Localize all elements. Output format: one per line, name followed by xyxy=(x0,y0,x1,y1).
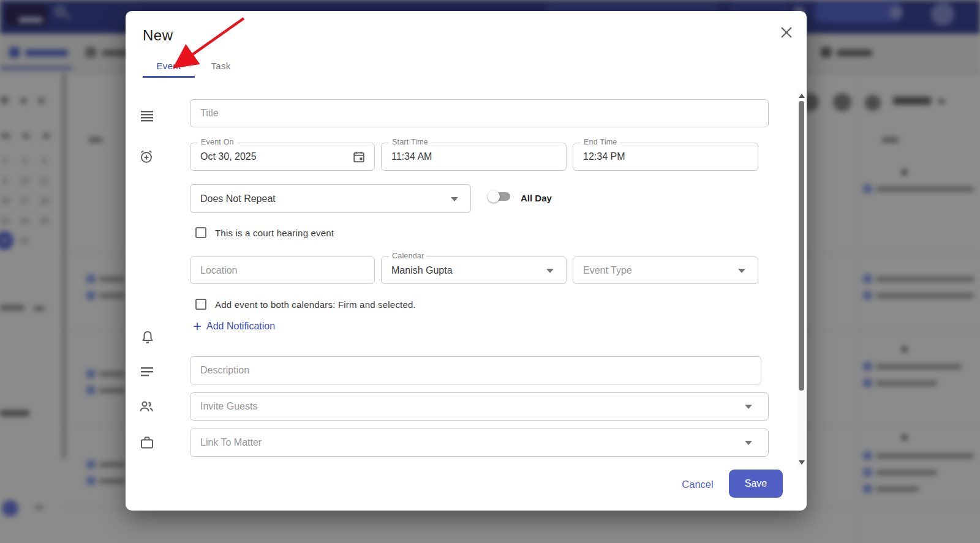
title-lines-icon xyxy=(140,108,154,123)
chevron-down-icon xyxy=(738,269,745,273)
calendar-select[interactable]: Calendar Manish Gupta xyxy=(381,257,567,284)
title-field[interactable]: Title xyxy=(190,99,769,127)
all-day-toggle-knob xyxy=(488,190,500,203)
repeat-select[interactable]: Does Not Repeat xyxy=(190,184,471,213)
description-field[interactable]: Description xyxy=(190,356,761,384)
location-field[interactable]: Location xyxy=(190,257,375,284)
all-day-label: All Day xyxy=(521,193,552,203)
event-on-value: Oct 30, 2025 xyxy=(200,151,257,162)
screen: 2 3 4 9 10 11 16 17 18 23 24 25 30 31 xyxy=(0,0,980,543)
chevron-down-icon xyxy=(546,269,554,273)
dialog-title: New xyxy=(143,27,173,44)
plus-icon: + xyxy=(193,320,202,332)
invite-guests-placeholder: Invite Guests xyxy=(200,401,257,412)
guests-people-icon xyxy=(139,399,154,414)
all-day-toggle[interactable] xyxy=(489,192,510,201)
add-notification-label: Add Notification xyxy=(206,321,275,332)
event-on-field[interactable]: Event On Oct 30, 2025 xyxy=(190,143,375,171)
close-icon[interactable] xyxy=(777,23,796,42)
add-alarm-icon xyxy=(139,149,154,164)
location-placeholder: Location xyxy=(200,265,238,276)
both-calendars-label[interactable]: Add event to both calendars: Firm and se… xyxy=(215,299,416,310)
invite-guests-select[interactable]: Invite Guests xyxy=(190,392,769,421)
cancel-button[interactable]: Cancel xyxy=(673,476,722,493)
description-lines-icon xyxy=(140,364,154,379)
court-hearing-label[interactable]: This is a court hearing event xyxy=(215,228,334,238)
start-time-field[interactable]: Start Time 11:34 AM xyxy=(381,143,567,171)
tab-event-underline xyxy=(143,76,195,78)
both-calendars-checkbox[interactable] xyxy=(195,299,206,310)
calendar-value: Manish Gupta xyxy=(391,265,453,276)
repeat-value: Does Not Repeat xyxy=(200,193,276,204)
end-time-value: 12:34 PM xyxy=(583,151,625,162)
tab-event[interactable]: Event xyxy=(143,56,195,76)
add-notification-link[interactable]: + Add Notification xyxy=(193,320,275,332)
event-type-select[interactable]: Event Type xyxy=(573,257,758,284)
event-type-placeholder: Event Type xyxy=(583,265,632,276)
tab-task[interactable]: Task xyxy=(195,56,247,76)
link-to-matter-placeholder: Link To Matter xyxy=(200,437,262,448)
calendar-icon[interactable] xyxy=(352,150,366,163)
notification-bell-icon xyxy=(140,330,155,345)
chevron-down-icon xyxy=(451,197,458,201)
end-time-field[interactable]: End Time 12:34 PM xyxy=(573,143,758,171)
matter-briefcase-icon xyxy=(140,435,154,450)
start-time-value: 11:34 AM xyxy=(391,151,432,162)
link-to-matter-select[interactable]: Link To Matter xyxy=(190,429,769,457)
save-button[interactable]: Save xyxy=(729,470,783,498)
chevron-down-icon xyxy=(745,441,752,445)
new-event-dialog: New Event Task xyxy=(126,11,807,511)
scrollbar-up-arrow[interactable] xyxy=(799,94,805,98)
description-placeholder: Description xyxy=(200,365,249,376)
dialog-scrollbar-thumb[interactable] xyxy=(799,101,804,391)
title-placeholder: Title xyxy=(200,108,219,119)
scrollbar-down-arrow[interactable] xyxy=(799,460,805,465)
chevron-down-icon xyxy=(745,405,752,409)
court-hearing-checkbox[interactable] xyxy=(195,227,206,238)
